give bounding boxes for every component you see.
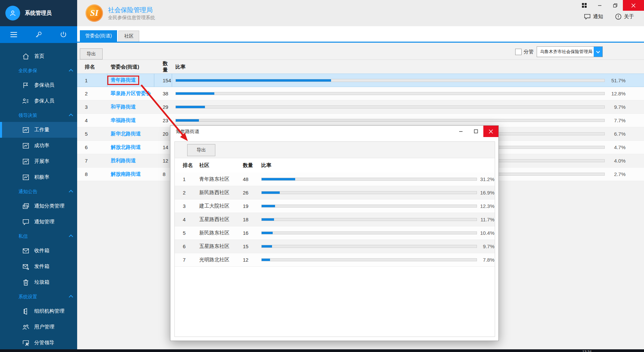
rank-cell: 3: [175, 200, 194, 213]
table-row[interactable]: 1青年路街道15451.7%: [77, 74, 644, 87]
sidebar-item[interactable]: 工作量: [0, 122, 77, 138]
row-name-link[interactable]: 青年路街道: [111, 77, 136, 83]
sidebar-item[interactable]: 首页: [0, 48, 77, 64]
export-button[interactable]: 导出: [80, 48, 103, 59]
sidebar-item[interactable]: 参保动员: [0, 77, 77, 93]
ratio-bar-track: [175, 119, 605, 122]
row-name-link[interactable]: 翠泉路片区管委会: [111, 90, 151, 97]
org-select-dropdown-button[interactable]: [594, 47, 602, 57]
modal-close-button[interactable]: [483, 126, 498, 137]
table-row[interactable]: 2翠泉路片区管委会3812.8%: [77, 87, 644, 100]
ratio-bar-cell: [172, 100, 605, 114]
sidebar-item[interactable]: 组织机构管理: [0, 303, 77, 319]
sidebar-section-label: 全民参保: [18, 68, 37, 74]
hamburger-menu-icon[interactable]: [9, 30, 19, 40]
name-cell: 解放南路街道: [107, 168, 154, 181]
modal-maximize-button[interactable]: [468, 126, 483, 137]
row-name-link[interactable]: 新民路东社区: [199, 230, 229, 236]
count-cell: 12: [239, 253, 257, 266]
row-name-link[interactable]: 胜利路街道: [111, 158, 136, 164]
row-name-link[interactable]: 青年路东社区: [199, 176, 229, 182]
sidebar-item[interactable]: 成功率: [0, 138, 77, 153]
column-header-rank: 排名: [77, 64, 107, 70]
row-name-link[interactable]: 建工大院社区: [199, 203, 229, 209]
row-name-link[interactable]: 解放南路街道: [111, 171, 141, 177]
ratio-bar-fill: [262, 205, 275, 207]
rank-cell: 8: [77, 168, 107, 181]
sidebar-item[interactable]: 垃圾箱: [0, 274, 77, 290]
filter-group: 分管 乌鲁木齐市社会保险管理局: [515, 46, 603, 57]
sidebar-section-header[interactable]: 全民参保: [0, 64, 77, 77]
sidebar-item[interactable]: 积极率: [0, 169, 77, 185]
sidebar-item[interactable]: 用户管理: [0, 319, 77, 335]
modal-export-button[interactable]: 导出: [187, 144, 215, 156]
sidebar-item[interactable]: 通知分类管理: [0, 198, 77, 214]
table-row[interactable]: 2新民路西社区2616.9%: [175, 186, 495, 200]
table-row[interactable]: 7光明路北社区127.8%: [175, 253, 495, 267]
rank-cell: 4: [77, 114, 107, 127]
ratio-bar-cell: [257, 213, 477, 226]
ratio-bar-track: [261, 191, 477, 194]
percent-cell: 7.7%: [605, 114, 644, 127]
row-name-link[interactable]: 新华北路街道: [111, 131, 141, 137]
taskbar-clock: 13:34: [582, 350, 592, 352]
name-cell: 新民路西社区: [194, 186, 239, 199]
header-actions: 通知 关于: [584, 13, 634, 20]
org-select[interactable]: 乌鲁木齐市社会保险管理局: [537, 46, 603, 57]
row-name-link[interactable]: 幸福路街道: [111, 117, 136, 124]
percent-cell: 12.8%: [605, 87, 644, 100]
sidebar-section-header[interactable]: 系统设置: [0, 290, 77, 303]
sidebar-item-label: 参保人员: [34, 98, 54, 104]
name-cell: 新民路东社区: [194, 226, 239, 239]
sidebar-item[interactable]: 分管领导: [0, 335, 77, 351]
sidebar-item[interactable]: 发件箱: [0, 259, 77, 274]
table-row[interactable]: 6五星路东社区159.7%: [175, 240, 495, 253]
supervise-checkbox[interactable]: [515, 49, 522, 55]
sidebar-section-header[interactable]: 私信: [0, 230, 77, 243]
search-key-icon[interactable]: [34, 30, 44, 40]
about-button[interactable]: 关于: [615, 13, 634, 20]
chevron-up-icon: [69, 190, 73, 194]
sidebar-item[interactable]: 参保人员: [0, 93, 77, 109]
sidebar-item[interactable]: 开展率: [0, 153, 77, 169]
app-grid-icon[interactable]: [577, 0, 592, 11]
modal-titlebar[interactable]: 青年路街道: [170, 126, 498, 138]
row-name-link[interactable]: 光明路北社区: [199, 257, 229, 263]
taskbar[interactable]: 13:34: [0, 349, 644, 352]
sidebar-item-label: 发件箱: [34, 263, 49, 270]
column-header-rank: 排名: [175, 162, 194, 169]
ratio-bar-cell: [257, 186, 477, 199]
table-row[interactable]: 5新民路东社区1610.4%: [175, 226, 495, 240]
org-icon: [22, 308, 30, 315]
row-name-link[interactable]: 和平路街道: [111, 104, 136, 110]
row-name-link[interactable]: 五星路东社区: [199, 243, 229, 250]
table-row[interactable]: 4五星路西社区1811.7%: [175, 213, 495, 226]
tab-community[interactable]: 社区: [118, 31, 139, 42]
close-button[interactable]: [623, 0, 644, 11]
sidebar-section-header[interactable]: 领导决策: [0, 109, 77, 122]
sidebar-item[interactable]: 收件箱: [0, 243, 77, 259]
sidebar-section-label: 通知公告: [18, 189, 37, 195]
table-row[interactable]: 3和平路街道299.7%: [77, 100, 644, 114]
percent-cell: 6.7%: [605, 127, 644, 140]
chevron-up-icon: [69, 295, 73, 299]
row-name-link[interactable]: 新民路西社区: [199, 189, 229, 196]
table-row[interactable]: 3建工大院社区1912.3%: [175, 200, 495, 213]
tab-committee-street[interactable]: 管委会(街道): [80, 30, 117, 42]
ratio-bar-fill: [262, 259, 270, 261]
restore-button[interactable]: [607, 0, 623, 11]
power-icon[interactable]: [58, 30, 68, 40]
minimize-button[interactable]: [592, 0, 607, 11]
row-name-link[interactable]: 五星路西社区: [199, 216, 229, 223]
modal-minimize-button[interactable]: [453, 126, 468, 137]
sidebar-section-header[interactable]: 通知公告: [0, 185, 77, 198]
notifications-button[interactable]: 通知: [584, 13, 603, 20]
row-name-link[interactable]: 解放北路街道: [111, 144, 141, 150]
table-row[interactable]: 1青年路东社区4831.2%: [175, 173, 495, 186]
chevron-down-icon: [596, 49, 600, 53]
name-cell: 幸福路街道: [107, 114, 154, 127]
count-cell: 29: [154, 100, 172, 114]
notifications-label: 通知: [593, 13, 603, 20]
ratio-bar-track: [261, 258, 477, 261]
sidebar-item[interactable]: 通知管理: [0, 214, 77, 230]
